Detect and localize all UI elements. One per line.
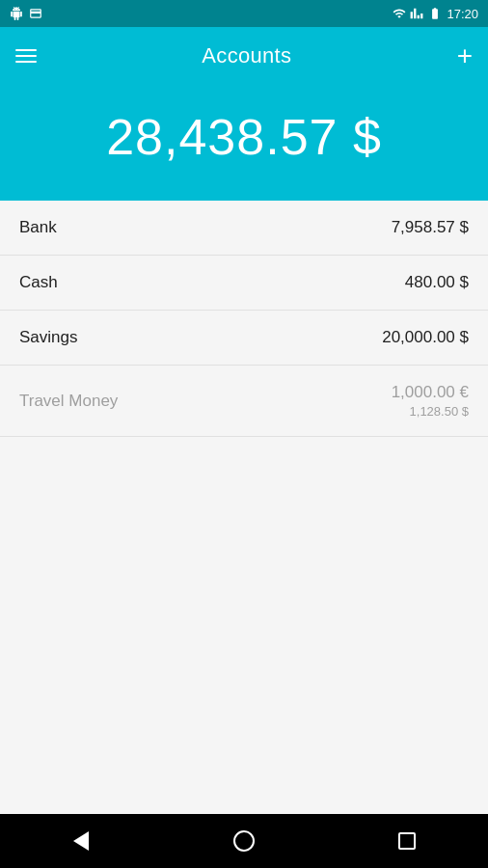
account-name: Savings — [19, 328, 77, 347]
account-primary-balance: 7,958.57 $ — [392, 218, 469, 237]
bottom-nav-bar — [0, 814, 488, 868]
wifi-icon — [393, 7, 406, 20]
account-primary-balance: 1,000.00 € — [392, 383, 469, 402]
list-item[interactable]: Cash480.00 $ — [0, 256, 488, 311]
total-balance: 28,438.57 $ — [106, 108, 382, 166]
account-balance: 7,958.57 $ — [392, 218, 469, 237]
account-list: Bank7,958.57 $Cash480.00 $Savings20,000.… — [0, 201, 488, 814]
android-icon — [10, 7, 23, 20]
account-balance: 20,000.00 $ — [382, 328, 469, 347]
account-name: Travel Money — [19, 392, 118, 411]
home-circle-icon — [233, 830, 255, 852]
list-item[interactable]: Savings20,000.00 $ — [0, 311, 488, 366]
home-button[interactable] — [225, 822, 263, 860]
back-arrow-icon — [73, 831, 89, 851]
top-app-bar: Accounts + — [0, 27, 488, 85]
recents-button[interactable] — [388, 822, 426, 860]
wallet-icon — [29, 7, 42, 20]
account-primary-balance: 20,000.00 $ — [382, 328, 469, 347]
account-name: Cash — [19, 273, 58, 292]
add-button[interactable]: + — [457, 42, 473, 69]
balance-section: 28,438.57 $ — [0, 85, 488, 201]
list-item[interactable]: Bank7,958.57 $ — [0, 201, 488, 256]
battery-icon — [427, 7, 443, 20]
status-icons-right: 17:20 — [393, 7, 478, 21]
time-display: 17:20 — [447, 7, 478, 21]
menu-button[interactable] — [15, 49, 37, 63]
list-item[interactable]: Travel Money1,000.00 €1,128.50 $ — [0, 366, 488, 437]
account-balance: 1,000.00 €1,128.50 $ — [392, 383, 469, 419]
status-icons-left — [10, 7, 42, 20]
page-title: Accounts — [202, 43, 291, 68]
account-name: Bank — [19, 218, 57, 237]
account-secondary-balance: 1,128.50 $ — [392, 404, 469, 419]
status-bar: 17:20 — [0, 0, 488, 27]
back-button[interactable] — [62, 822, 100, 860]
recents-square-icon — [398, 832, 416, 850]
account-primary-balance: 480.00 $ — [405, 273, 469, 292]
signal-icon — [410, 7, 423, 20]
account-balance: 480.00 $ — [405, 273, 469, 292]
